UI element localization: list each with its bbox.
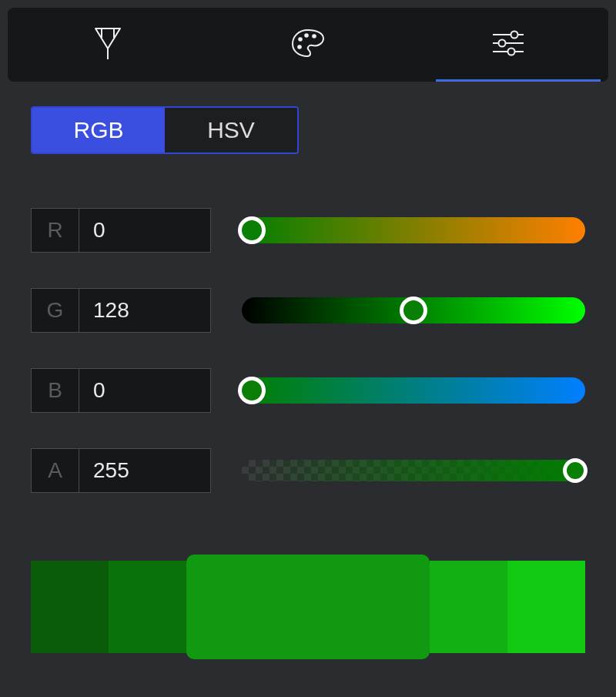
svg-point-3 bbox=[298, 37, 303, 42]
sliders-icon bbox=[491, 28, 525, 61]
swatch-4[interactable] bbox=[507, 561, 585, 653]
channel-g-field[interactable]: G 128 bbox=[31, 288, 211, 333]
mode-rgb-label: RGB bbox=[73, 117, 123, 143]
swatch-0[interactable] bbox=[31, 561, 109, 653]
svg-point-6 bbox=[297, 45, 302, 49]
channel-a-slider[interactable] bbox=[242, 455, 585, 486]
mode-toggle: RGB HSV bbox=[31, 106, 299, 154]
channel-a-track[interactable] bbox=[242, 460, 585, 481]
palette-icon bbox=[290, 27, 326, 62]
channel-g-slider[interactable] bbox=[242, 295, 585, 326]
swatch-2[interactable] bbox=[186, 555, 430, 659]
mode-rgb-button[interactable]: RGB bbox=[32, 108, 165, 152]
channel-r-slider[interactable] bbox=[242, 215, 585, 246]
channel-list: R 0 G 128 B 0 bbox=[8, 162, 608, 493]
channel-r-value[interactable]: 0 bbox=[79, 209, 210, 252]
channel-g-label: G bbox=[32, 289, 79, 332]
channel-r-thumb[interactable] bbox=[238, 216, 266, 244]
channel-b-label: B bbox=[32, 369, 79, 412]
channel-b-field[interactable]: B 0 bbox=[31, 368, 211, 413]
channel-b-value[interactable]: 0 bbox=[79, 369, 210, 412]
channel-r-track[interactable] bbox=[242, 217, 585, 243]
tab-palette[interactable] bbox=[208, 8, 408, 82]
channel-a-value[interactable]: 255 bbox=[79, 449, 210, 492]
channel-b: B 0 bbox=[31, 368, 585, 413]
color-mode-toggle: RGB HSV bbox=[8, 82, 608, 162]
channel-r-field[interactable]: R 0 bbox=[31, 208, 211, 253]
color-panel: RGB HSV R 0 G 128 bbox=[0, 0, 616, 697]
svg-point-4 bbox=[304, 33, 309, 38]
channel-r-label: R bbox=[32, 209, 79, 252]
channel-a-field[interactable]: A 255 bbox=[31, 448, 211, 493]
channel-r: R 0 bbox=[31, 208, 585, 253]
channel-b-slider[interactable] bbox=[242, 375, 585, 406]
swatches-strip bbox=[31, 561, 585, 653]
tab-sliders[interactable] bbox=[408, 8, 608, 82]
channel-g-thumb[interactable] bbox=[400, 297, 427, 324]
tab-bar bbox=[8, 8, 608, 82]
channel-a-label: A bbox=[32, 449, 79, 492]
svg-point-5 bbox=[312, 34, 316, 39]
channel-g: G 128 bbox=[31, 288, 585, 333]
channel-b-track[interactable] bbox=[242, 377, 585, 404]
mode-hsv-label: HSV bbox=[207, 117, 255, 143]
channel-g-value[interactable]: 128 bbox=[79, 289, 210, 332]
svg-point-11 bbox=[499, 40, 506, 47]
swatch-1[interactable] bbox=[109, 561, 186, 653]
mode-hsv-button[interactable]: HSV bbox=[165, 108, 297, 152]
channel-b-thumb[interactable] bbox=[238, 377, 266, 404]
swatch-3[interactable] bbox=[430, 561, 507, 653]
svg-point-12 bbox=[508, 49, 515, 55]
svg-point-10 bbox=[511, 32, 518, 39]
channel-a-thumb[interactable] bbox=[563, 458, 588, 483]
tab-brush[interactable] bbox=[8, 8, 208, 82]
channel-a: A 255 bbox=[31, 448, 585, 493]
brush-icon bbox=[92, 25, 123, 64]
